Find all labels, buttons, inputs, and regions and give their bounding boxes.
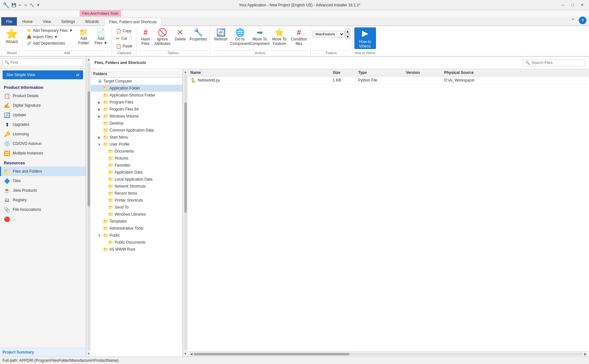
tab-view[interactable]: View [38, 17, 56, 25]
tree-public[interactable]: ▼ 📁 Public [91, 232, 182, 239]
folder-icon: 📁 [108, 212, 113, 217]
tree-program-files[interactable]: ▶ 📁 Program Files [91, 99, 182, 106]
sidebar-item-file-assoc[interactable]: 📎 File Associations [0, 205, 86, 214]
tree-recent-items[interactable]: 📁 Recent Items [91, 190, 182, 197]
tree-application-folder[interactable]: 📁 Application Folder [91, 85, 182, 92]
content-search-input[interactable] [531, 61, 582, 65]
tree-app-shortcut-folder[interactable]: 📁 Application Shortcut Folder [91, 92, 182, 99]
files-h-scrollbar[interactable]: ◀ ▶ [188, 351, 589, 356]
tab-home[interactable]: Home [18, 17, 37, 25]
wizard-button[interactable]: ⭐ Wizard [3, 27, 20, 45]
tree-app-data[interactable]: 📁 Application Data [91, 169, 182, 176]
tree-favorites[interactable]: 📁 Favorites [91, 162, 182, 169]
sidebar-item-digital-signature[interactable]: ✍ Digital Signature [0, 101, 86, 110]
scroll-left-arrow[interactable]: ◀ [189, 352, 194, 356]
sidebar-item-files-folders[interactable]: 📁 Files and Folders [0, 167, 86, 176]
tab-ffs[interactable]: Files, Folders and Shortcuts [104, 18, 161, 26]
tab-settings[interactable]: Settings [56, 17, 80, 25]
folder-icon: 📁 [108, 177, 113, 182]
project-summary-link[interactable]: Project Summary [0, 348, 86, 356]
tree-pictures[interactable]: 📁 Pictures [91, 155, 182, 162]
folder-tree-scrollbar[interactable]: ▲ ▼ [183, 69, 188, 356]
tree-public-docs[interactable]: 📁 Public Documents [91, 239, 182, 246]
maximize-button[interactable]: □ [568, 2, 577, 9]
sidebar-item-more[interactable]: 🔴 ... [0, 214, 86, 224]
tree-local-app-data[interactable]: 📁 Local Application Data [91, 176, 182, 183]
howto-label: How-toVideos [359, 39, 371, 48]
sidebar-item-multiple[interactable]: 🔀 Multiple Instances [0, 148, 86, 158]
sidebar-item-product-details[interactable]: 📋 Product Details [0, 91, 86, 101]
col-version: Version [406, 70, 444, 75]
goto-component-button[interactable]: 🌐 Go toComponent [231, 27, 250, 47]
minimize-button[interactable]: ─ [558, 2, 567, 9]
tab-file[interactable]: File [1, 17, 17, 25]
hash-files-button[interactable]: # HashFiles [139, 27, 152, 47]
close-button[interactable]: ✕ [578, 2, 586, 9]
tree-win-libraries[interactable]: 📁 Windows Libraries [91, 211, 182, 218]
tree-windows-volume[interactable]: ▶ 📁 Windows Volume [91, 113, 182, 120]
sidebar-item-licensing[interactable]: 🔑 Licensing [0, 129, 86, 139]
file-row-helloworld[interactable]: 🐍 helloworld.py 1 KB Python File D:\Ai_W… [188, 76, 589, 84]
tree-documents[interactable]: 📁 Documents [91, 148, 182, 155]
sidebar-item-label-tiles: Tiles [13, 179, 21, 183]
sidebar-scrollbar[interactable]: ▲ ▼ [86, 57, 91, 356]
add-files-button[interactable]: 📄 AddFiles ▼ [92, 27, 110, 46]
expand-icon: ▶ [97, 136, 102, 139]
help-button[interactable]: ? [579, 17, 586, 24]
folder-icon: 📁 [108, 191, 113, 196]
sidebar-item-upgrades[interactable]: ⬆ Upgrades [0, 120, 86, 129]
play-icon: ▶ [362, 28, 368, 38]
tree-label-desktop: Desktop [110, 121, 124, 125]
tree-net-shortcuts[interactable]: 📁 Network Shortcuts [91, 183, 182, 190]
sidebar-item-java[interactable]: ☕ Java Products [0, 186, 86, 195]
properties-button[interactable]: 🔧 Properties [189, 27, 208, 43]
collapse-ribbon-btn[interactable]: ⌃ [568, 18, 578, 24]
move-to-component-button[interactable]: ➡ Move ToComponent [250, 27, 269, 47]
feature-select[interactable]: MainFeature [313, 31, 344, 37]
undo-icon[interactable]: ↩ [18, 3, 22, 7]
tree-common-app-data[interactable]: 📁 Common Application Data [91, 127, 182, 134]
move-to-feature-button[interactable]: ⭐ Move ToFeature [270, 27, 289, 47]
build-icon[interactable]: 🔨 [29, 3, 34, 7]
sidebar-item-cddvd[interactable]: 💿 CD/DVD Autorun [0, 139, 86, 148]
sidebar-item-tiles[interactable]: 🔷 Tiles [0, 176, 86, 186]
sidebar-item-registry[interactable]: 🗂 Registry [0, 195, 86, 205]
tree-iis[interactable]: 📁 IIS WWW Root [91, 246, 182, 253]
file-name-cell: 🐍 helloworld.py [190, 78, 333, 83]
folder-scroll-down-btn[interactable]: ▼ [183, 351, 188, 356]
licensing-icon: 🔑 [4, 131, 10, 137]
simple-view-button[interactable]: See Simple View ⇄ [3, 70, 83, 79]
paste-button[interactable]: 📋 Paste [114, 43, 135, 50]
tree-user-profile[interactable]: ▼ 📁 User Profile [91, 141, 182, 148]
import-files-btn[interactable]: 📥 Import Files ▼ [25, 34, 75, 40]
tree-templates[interactable]: 📁 Templates [91, 218, 182, 225]
tree-desktop[interactable]: 📁 Desktop [91, 120, 182, 127]
tree-send-to[interactable]: 📁 Send To [91, 204, 182, 211]
tree-printer-shortcuts[interactable]: 📁 Printer Shortcuts [91, 197, 182, 204]
add-temp-files-btn[interactable]: 📁 Add Temporary Files ▼ [25, 27, 75, 34]
howto-videos-button[interactable]: ▶ How-toVideos [354, 27, 376, 49]
condition-files-button[interactable]: # Conditionfiles [289, 27, 309, 47]
tree-label-pub-docs: Public Documents [115, 240, 145, 245]
copy-button[interactable]: 📋 Copy [114, 27, 135, 34]
add-folder-button[interactable]: 📁 AddFolder [76, 27, 92, 46]
folder-scroll-up-btn[interactable]: ▲ [183, 69, 188, 75]
tree-start-menu[interactable]: ▶ 📁 Start Menu [91, 134, 182, 141]
dropdown-icon[interactable]: ▼ [36, 3, 40, 7]
tree-admin-tools[interactable]: 📁 Administrative Tools [91, 225, 182, 232]
feature-down-btn[interactable]: ▼ [345, 34, 350, 39]
tree-target-computer[interactable]: 🖥 Target Computer [91, 78, 182, 85]
delete-button[interactable]: ✕ Delete [173, 27, 188, 43]
redo-icon[interactable]: ↪ [24, 3, 27, 7]
feature-up-btn[interactable]: ▲ [345, 29, 350, 34]
cut-button[interactable]: ✂ Cut [114, 35, 135, 42]
save-icon[interactable]: 💾 [11, 3, 16, 7]
ignore-attrs-button[interactable]: 🚫 IgnoreAttributes [153, 27, 172, 47]
search-input[interactable] [3, 59, 83, 66]
tree-program-files-64[interactable]: ▶ 📁 Program Files 64 [91, 106, 182, 113]
add-deps-btn[interactable]: 🔗 Add Dependencies [25, 40, 75, 46]
sidebar-item-updater[interactable]: 🔄 Updater [0, 110, 86, 120]
scroll-right-arrow[interactable]: ▶ [583, 352, 588, 356]
refresh-button[interactable]: 🔄 Refresh [212, 27, 230, 43]
tab-wizards[interactable]: Wizards [81, 17, 104, 25]
